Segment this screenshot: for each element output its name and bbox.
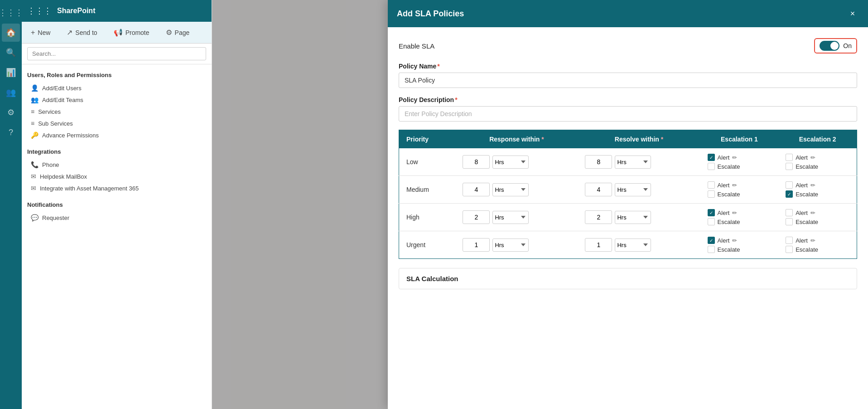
- nav-services[interactable]: ≡ Services: [27, 106, 206, 117]
- esc2-cell-3: Alert ✏ Escalate: [778, 231, 857, 259]
- priority-cell-1: Medium: [399, 176, 456, 204]
- response-input-0[interactable]: [463, 155, 490, 169]
- esc1-edit-icon-1[interactable]: ✏: [732, 182, 737, 189]
- modal-close-button[interactable]: ×: [846, 7, 859, 20]
- esc1-alert-label-3: Alert: [718, 237, 730, 244]
- nav-phone[interactable]: 📞 Phone: [27, 159, 206, 170]
- esc1-escalate-label-0: Escalate: [718, 163, 740, 170]
- esc2-escalate-checkbox-2[interactable]: [786, 218, 793, 225]
- nav-requester[interactable]: 💬 Requester: [27, 212, 206, 224]
- toggle-container[interactable]: On: [814, 38, 857, 54]
- resolve-unit-3[interactable]: HrsMinsDays: [615, 239, 651, 252]
- policy-name-input[interactable]: [399, 73, 857, 88]
- esc1-cell-0: ✓ Alert ✏ Escalate: [700, 148, 779, 176]
- new-button[interactable]: + New: [27, 27, 54, 39]
- esc1-alert-checkbox-0[interactable]: ✓: [708, 154, 715, 161]
- response-cell-3: HrsMinsDays: [455, 231, 578, 259]
- sidebar-chart-icon[interactable]: 📊: [2, 63, 20, 82]
- enable-sla-toggle[interactable]: [820, 41, 839, 51]
- nav-advance-permissions[interactable]: 🔑 Advance Permissions: [27, 129, 206, 141]
- sidebar-help-icon[interactable]: ?: [2, 123, 20, 141]
- esc1-cell-2: ✓ Alert ✏ Escalate: [700, 204, 779, 231]
- esc1-edit-icon-0[interactable]: ✏: [732, 154, 737, 161]
- send-to-label: Send to: [75, 29, 97, 36]
- nav-section-users-title: Users, Roles and Permissions: [27, 72, 206, 78]
- response-unit-0[interactable]: HrsMinsDays: [492, 156, 529, 169]
- esc2-escalate-checkbox-3[interactable]: [786, 246, 793, 253]
- esc1-escalate-checkbox-1[interactable]: [708, 190, 715, 198]
- esc2-edit-icon-3[interactable]: ✏: [810, 237, 815, 244]
- page-button[interactable]: ⚙ Page: [162, 26, 193, 39]
- sidebar-icons: ⋮⋮⋮ 🏠 🔍 📊 👥 ⚙ ?: [0, 0, 22, 409]
- search-bar: [22, 44, 212, 64]
- sharepoint-header: ⋮⋮⋮ SharePoint: [22, 0, 212, 22]
- sidebar-settings-icon[interactable]: ⚙: [2, 103, 20, 122]
- esc2-alert-checkbox-1[interactable]: [786, 181, 793, 189]
- resolve-cell-1: HrsMinsDays: [578, 176, 700, 204]
- esc2-edit-icon-1[interactable]: ✏: [810, 182, 815, 189]
- response-unit-3[interactable]: HrsMinsDays: [492, 239, 529, 252]
- resolve-unit-2[interactable]: HrsMinsDays: [615, 211, 651, 224]
- sidebar-users-icon[interactable]: 👥: [2, 83, 20, 102]
- esc1-edit-icon-3[interactable]: ✏: [732, 237, 737, 244]
- esc2-alert-label-3: Alert: [796, 237, 808, 244]
- esc1-cell-3: ✓ Alert ✏ Escalate: [700, 231, 779, 259]
- nav-content: Users, Roles and Permissions 👤 Add/Edit …: [22, 64, 212, 409]
- esc2-alert-checkbox-3[interactable]: [786, 237, 793, 244]
- esc1-escalate-checkbox-3[interactable]: [708, 246, 715, 253]
- response-input-1[interactable]: [463, 183, 490, 196]
- nav-add-edit-users[interactable]: 👤 Add/Edit Users: [27, 82, 206, 94]
- response-cell-2: HrsMinsDays: [455, 204, 578, 231]
- nav-asset-management[interactable]: ✉ Integrate with Asset Management 365: [27, 182, 206, 194]
- esc1-alert-checkbox-3[interactable]: ✓: [708, 237, 715, 244]
- nav-helpdesk-mailbox[interactable]: ✉ Helpdesk MailBox: [27, 170, 206, 182]
- resolve-unit-1[interactable]: HrsMinsDays: [615, 183, 651, 196]
- nav-sub-services[interactable]: ≡ Sub Services: [27, 117, 206, 129]
- esc2-edit-icon-2[interactable]: ✏: [810, 209, 815, 216]
- modal-title: Add SLA Policies: [397, 9, 464, 19]
- response-cell-1: HrsMinsDays: [455, 176, 578, 204]
- top-bar: + New ↗ Send to 📢 Promote ⚙ Page: [22, 22, 212, 44]
- modal-body: Enable SLA On Policy Name* Po: [388, 27, 868, 409]
- esc1-escalate-checkbox-0[interactable]: [708, 163, 715, 170]
- esc1-alert-checkbox-1[interactable]: [708, 181, 715, 189]
- resolve-cell-2: HrsMinsDays: [578, 204, 700, 231]
- modal: Add SLA Policies × Enable SLA On Policy …: [388, 0, 868, 409]
- enable-sla-row: Enable SLA On: [399, 38, 857, 54]
- esc1-edit-icon-2[interactable]: ✏: [732, 209, 737, 216]
- esc2-escalate-label-3: Escalate: [796, 246, 818, 253]
- send-to-button[interactable]: ↗ Send to: [63, 26, 101, 39]
- resolve-input-0[interactable]: [585, 155, 612, 169]
- resolve-input-3[interactable]: [585, 238, 612, 252]
- response-cell-0: HrsMinsDays: [455, 148, 578, 176]
- esc1-escalate-checkbox-2[interactable]: [708, 218, 715, 225]
- resolve-cell-0: HrsMinsDays: [578, 148, 700, 176]
- enable-sla-label: Enable SLA: [399, 42, 434, 50]
- esc2-alert-checkbox-2[interactable]: [786, 209, 793, 216]
- response-input-3[interactable]: [463, 238, 490, 252]
- policy-desc-input[interactable]: [399, 106, 857, 122]
- resolve-unit-0[interactable]: HrsMinsDays: [615, 156, 651, 169]
- sidebar-home-icon[interactable]: 🏠: [2, 24, 20, 42]
- priority-cell-2: High: [399, 204, 456, 231]
- response-input-2[interactable]: [463, 210, 490, 224]
- esc1-alert-checkbox-2[interactable]: ✓: [708, 209, 715, 216]
- promote-button[interactable]: 📢 Promote: [110, 26, 153, 39]
- esc2-escalate-checkbox-1[interactable]: ✓: [786, 190, 793, 198]
- esc2-escalate-checkbox-0[interactable]: [786, 163, 793, 170]
- sidebar-search-icon[interactable]: 🔍: [2, 44, 20, 62]
- sidebar-grid-icon[interactable]: ⋮⋮⋮: [2, 4, 20, 22]
- resolve-input-2[interactable]: [585, 210, 612, 224]
- col-priority: Priority: [399, 130, 456, 149]
- esc2-escalate-label-0: Escalate: [796, 163, 818, 170]
- resolve-input-1[interactable]: [585, 183, 612, 196]
- esc2-edit-icon-0[interactable]: ✏: [810, 154, 815, 161]
- response-unit-2[interactable]: HrsMinsDays: [492, 211, 529, 224]
- esc2-alert-label-2: Alert: [796, 209, 808, 216]
- esc2-alert-checkbox-0[interactable]: [786, 154, 793, 161]
- response-unit-1[interactable]: HrsMinsDays: [492, 183, 529, 196]
- nav-add-edit-teams[interactable]: 👥 Add/Edit Teams: [27, 94, 206, 106]
- esc2-cell-2: Alert ✏ Escalate: [778, 204, 857, 231]
- esc1-escalate-label-3: Escalate: [718, 246, 740, 253]
- search-input[interactable]: [27, 47, 206, 60]
